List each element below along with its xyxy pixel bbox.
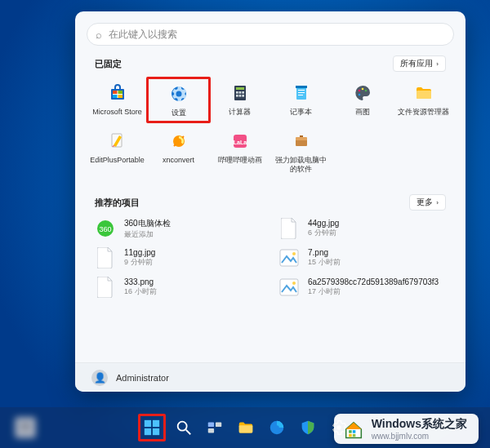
watermark-url: www.bjjmlv.com	[372, 432, 467, 441]
svg-rect-51	[349, 433, 352, 437]
pinned-app-label: 文件资源管理器	[398, 108, 449, 117]
bilibili-icon: LaLa	[229, 130, 252, 153]
recommended-name: 11gg.jpg	[124, 248, 155, 257]
house-icon	[342, 418, 365, 441]
pinned-app-store[interactable]: Microsoft Store	[87, 78, 148, 122]
file-icon	[278, 217, 300, 240]
more-button[interactable]: 更多 ›	[409, 194, 446, 211]
taskbar-security[interactable]	[296, 416, 319, 439]
recommended-item[interactable]: 7.png 15 小时前	[278, 246, 446, 269]
recommended-meta: 15 小时前	[308, 257, 341, 268]
recommended-title: 推荐的项目	[95, 197, 140, 209]
recommended-name: 7.png	[308, 248, 341, 257]
pinned-app-label: 设置	[172, 109, 186, 118]
svg-rect-45	[208, 428, 214, 433]
pinned-app-label: 计算器	[229, 108, 251, 117]
notepad-icon	[290, 82, 313, 104]
recommended-item[interactable]: 360 360电脑体检 最近添加	[95, 217, 262, 240]
search-icon: ⌕	[96, 29, 102, 41]
pinned-title: 已固定	[95, 58, 122, 70]
svg-rect-35	[280, 279, 298, 295]
svg-rect-3	[118, 91, 122, 94]
svg-rect-33	[280, 250, 298, 266]
watermark-title: Windows系统之家	[372, 417, 467, 432]
svg-text:LaLa: LaLa	[233, 140, 246, 145]
svg-rect-16	[298, 90, 305, 91]
windows-icon	[143, 419, 161, 437]
taskview-icon	[206, 419, 224, 437]
file-icon	[95, 276, 116, 299]
svg-rect-2	[113, 91, 118, 94]
watermark: Windows系统之家 www.bjjmlv.com	[334, 414, 479, 444]
search-placeholder: 在此键入以搜索	[109, 28, 177, 42]
svg-rect-19	[296, 86, 307, 88]
svg-rect-9	[236, 91, 238, 94]
all-apps-label: 所有应用	[400, 58, 433, 69]
pinned-app-notepad[interactable]: 记事本	[270, 78, 332, 122]
pinned-app-label: 画图	[355, 108, 370, 117]
recommended-name: 44gg.jpg	[308, 219, 339, 228]
pinned-app-calculator[interactable]: 计算器	[209, 78, 270, 122]
taskbar-browser[interactable]	[265, 416, 288, 439]
all-apps-button[interactable]: 所有应用 ›	[393, 55, 446, 72]
recommended-item[interactable]: 11gg.jpg 9 分钟前	[95, 246, 262, 269]
svg-rect-10	[238, 91, 241, 94]
gear-icon	[167, 82, 190, 105]
svg-point-20	[358, 90, 360, 92]
taskbar-taskview-button[interactable]	[203, 416, 226, 439]
pinned-app-settings[interactable]: 设置	[146, 77, 211, 123]
pinned-header: 已固定 所有应用 ›	[75, 52, 466, 73]
browser-icon	[268, 419, 286, 437]
svg-point-36	[292, 282, 296, 285]
search-input[interactable]: ⌕ 在此键入以搜索	[87, 23, 454, 46]
pinned-app-label: 强力卸载电脑中的软件	[272, 156, 330, 174]
editplus-icon	[106, 130, 129, 153]
taskbar-start-button[interactable]	[138, 414, 166, 441]
recommended-meta: 17 小时前	[308, 286, 439, 297]
folder-icon	[237, 419, 255, 437]
calculator-icon	[229, 82, 252, 104]
svg-rect-40	[153, 428, 159, 435]
svg-rect-14	[242, 95, 244, 97]
pinned-app-label: 记事本	[290, 108, 312, 117]
file-icon	[95, 246, 116, 269]
svg-rect-5	[118, 95, 122, 98]
folder-icon	[412, 82, 435, 104]
taskbar-search-button[interactable]	[172, 416, 195, 439]
pinned-app-paint[interactable]: 画图	[332, 78, 393, 122]
pinned-app-label: Microsoft Store	[92, 108, 142, 117]
recommended-item[interactable]: 6a2579398cc72d591389af679703f3... 17 小时前	[278, 276, 446, 299]
pinned-app-bilibili[interactable]: LaLa 哔哩哔哩动画	[209, 126, 270, 177]
svg-point-22	[364, 90, 367, 92]
recommended-name: 333.png	[124, 277, 157, 286]
svg-rect-11	[242, 91, 244, 94]
svg-rect-17	[298, 92, 305, 93]
recommended-meta: 6 分钟前	[308, 228, 339, 238]
pinned-app-uninstaller[interactable]: 强力卸载电脑中的软件	[270, 126, 332, 177]
recommended-item[interactable]: 333.png 16 小时前	[95, 276, 262, 299]
svg-line-42	[186, 430, 191, 435]
svg-rect-13	[238, 95, 241, 97]
recommended-item[interactable]: 44gg.jpg 6 分钟前	[278, 217, 446, 240]
svg-text:360: 360	[99, 225, 111, 233]
recommended-meta: 9 分钟前	[124, 257, 155, 268]
svg-rect-12	[236, 95, 238, 97]
user-name[interactable]: Administrator	[116, 373, 169, 383]
pinned-app-editplus[interactable]: EditPlusPortable	[87, 126, 148, 177]
chevron-right-icon: ›	[436, 199, 439, 206]
svg-rect-39	[145, 428, 151, 435]
pinned-app-explorer[interactable]: 文件资源管理器	[393, 78, 454, 122]
image-icon	[278, 276, 300, 299]
svg-rect-50	[353, 430, 356, 433]
recommended-grid: 360 360电脑体检 最近添加 44gg.jpg 6 分钟前 11gg.jpg…	[75, 212, 466, 299]
pinned-app-xnconvert[interactable]: xnconvert	[148, 126, 209, 177]
taskbar-explorer[interactable]	[234, 416, 257, 439]
svg-rect-18	[298, 95, 303, 95]
store-icon	[106, 82, 129, 104]
chevron-right-icon: ›	[436, 60, 439, 68]
user-avatar-icon[interactable]: 👤	[91, 370, 108, 386]
recommended-name: 6a2579398cc72d591389af679703f3...	[308, 277, 439, 286]
svg-rect-44	[216, 423, 221, 428]
recommended-name: 360电脑体检	[124, 218, 171, 229]
svg-rect-30	[296, 137, 307, 140]
